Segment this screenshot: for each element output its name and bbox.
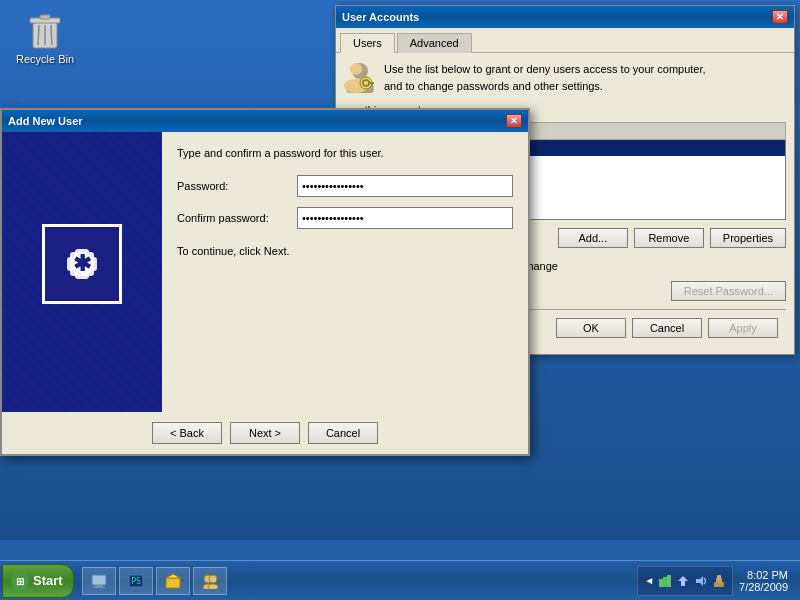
svg-line-5 xyxy=(51,25,52,45)
systray-icons: ◄ xyxy=(637,566,733,596)
taskbar-item-1[interactable] xyxy=(82,567,116,595)
desktop: Recycle Bin User Accounts ✕ Users Advanc… xyxy=(0,0,800,540)
aud-password-row: Password: xyxy=(177,175,513,197)
svg-marker-34 xyxy=(678,576,688,586)
svg-marker-35 xyxy=(696,576,703,586)
svg-rect-31 xyxy=(659,579,663,587)
svg-line-3 xyxy=(38,25,39,45)
systray: ◄ 8:02 PM 7/28/2009 xyxy=(629,566,800,596)
add-new-user-dialog: Add New User ✕ ✱ Type and confirm a p xyxy=(0,108,530,456)
ua-reset-password-button[interactable]: Reset Password... xyxy=(671,281,786,301)
svg-point-28 xyxy=(209,575,217,583)
systray-power-icon xyxy=(712,574,726,588)
aud-continue-text: To continue, click Next. xyxy=(177,245,513,257)
aud-next-button[interactable]: Next > xyxy=(230,422,300,444)
ua-properties-button[interactable]: Properties xyxy=(710,228,786,248)
svg-rect-32 xyxy=(663,577,667,587)
recycle-bin-icon[interactable]: Recycle Bin xyxy=(15,10,75,65)
ua-header-text: Use the list below to grant or deny user… xyxy=(384,61,706,94)
ua-titlebar: User Accounts ✕ xyxy=(336,6,794,28)
ua-remove-button[interactable]: Remove xyxy=(634,228,704,248)
ua-header-icon xyxy=(344,61,376,93)
aud-instruction: Type and confirm a password for this use… xyxy=(177,147,513,159)
svg-point-8 xyxy=(350,63,362,75)
start-button[interactable]: ⊞ Start xyxy=(2,564,74,598)
aud-user-icon-box: ✱ xyxy=(42,224,122,304)
svg-rect-33 xyxy=(667,575,671,587)
taskbar-item-2[interactable]: PS xyxy=(119,567,153,595)
aud-body: ✱ Type and confirm a password for this u… xyxy=(2,132,528,412)
aud-image-panel: ✱ xyxy=(2,132,162,412)
aud-back-button[interactable]: < Back xyxy=(152,422,222,444)
ua-title: User Accounts xyxy=(342,11,419,23)
aud-close-button[interactable]: ✕ xyxy=(506,114,522,128)
ua-apply-button[interactable]: Apply xyxy=(708,318,778,338)
svg-rect-20 xyxy=(92,575,106,585)
aud-confirm-row: Confirm password: xyxy=(177,207,513,229)
svg-rect-22 xyxy=(93,587,105,588)
systray-network-icon xyxy=(658,574,672,588)
aud-confirm-input[interactable] xyxy=(297,207,513,229)
svg-text:✱: ✱ xyxy=(73,251,92,276)
taskbar-item-4[interactable] xyxy=(193,567,227,595)
aud-cancel-button[interactable]: Cancel xyxy=(308,422,378,444)
ua-close-button[interactable]: ✕ xyxy=(772,10,788,24)
svg-rect-2 xyxy=(40,15,50,19)
ua-add-button[interactable]: Add... xyxy=(558,228,628,248)
ua-tabs: Users Advanced xyxy=(336,28,794,53)
ua-ok-button[interactable]: OK xyxy=(556,318,626,338)
tab-users[interactable]: Users xyxy=(340,33,395,53)
svg-text:PS: PS xyxy=(131,577,141,586)
taskbar: ⊞ Start PS xyxy=(0,560,800,600)
aud-action-buttons: < Back Next > Cancel xyxy=(2,412,528,454)
system-clock: 8:02 PM 7/28/2009 xyxy=(739,569,792,593)
systray-volume-icon xyxy=(694,574,708,588)
svg-rect-25 xyxy=(166,578,180,588)
svg-rect-21 xyxy=(95,585,103,587)
svg-marker-26 xyxy=(166,574,180,578)
aud-password-input[interactable] xyxy=(297,175,513,197)
svg-rect-38 xyxy=(717,575,721,579)
tab-advanced[interactable]: Advanced xyxy=(397,33,472,53)
recycle-bin-label: Recycle Bin xyxy=(16,53,74,65)
taskbar-item-3[interactable] xyxy=(156,567,190,595)
systray-arrow-icon xyxy=(676,574,690,588)
systray-chevron[interactable]: ◄ xyxy=(644,575,654,586)
aud-confirm-label: Confirm password: xyxy=(177,212,297,224)
aud-titlebar: Add New User ✕ xyxy=(2,110,528,132)
aud-form-panel: Type and confirm a password for this use… xyxy=(162,132,528,412)
svg-point-30 xyxy=(208,584,218,589)
svg-text:⊞: ⊞ xyxy=(16,576,24,587)
aud-password-label: Password: xyxy=(177,180,297,192)
taskbar-items: PS xyxy=(82,567,630,595)
ua-cancel-button[interactable]: Cancel xyxy=(632,318,702,338)
aud-dialog-title: Add New User xyxy=(8,115,83,127)
